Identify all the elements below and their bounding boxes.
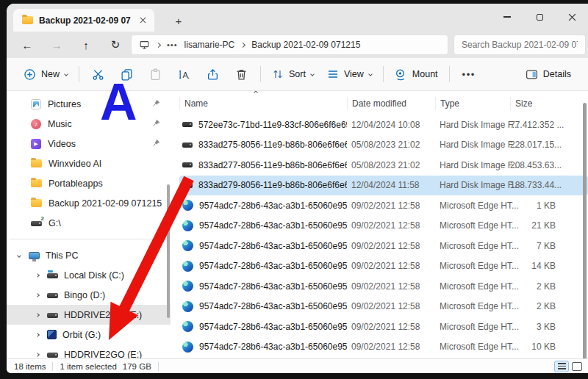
file-row[interactable]: 833ad277-8056-11e9-b86b-806e6f6e696305/0… (179, 155, 588, 176)
column-header-date[interactable]: Date modified (347, 97, 435, 110)
maximize-icon (537, 14, 543, 21)
file-type: Hard Disk Image F... (435, 140, 510, 150)
column-header-name[interactable]: Name (179, 97, 347, 110)
sidebar-item-winxvideo-ai[interactable]: Winxvideo AI (7, 154, 171, 173)
sort-button[interactable]: Sort (265, 63, 320, 85)
sort-ascending-icon (254, 91, 258, 95)
refresh-button[interactable]: ↻ (101, 34, 130, 56)
file-row[interactable]: 833ad275-8056-11e9-b86b-806e6f6e696305/0… (179, 135, 588, 156)
new-button[interactable]: New (17, 63, 74, 86)
disk-image-icon (182, 162, 193, 167)
disk-image-icon (182, 142, 193, 148)
videos-icon: ▶ (31, 139, 41, 149)
plus-circle-icon (24, 68, 36, 81)
file-size: 10 KB (510, 342, 562, 352)
up-button[interactable]: ↑ (71, 34, 101, 56)
file-name: 833ad275-8056-11e9-b86b-806e6f6e6963 (198, 140, 347, 150)
sidebar-item-videos[interactable]: ▶Videos (7, 134, 171, 154)
file-size: 7 KB (510, 241, 562, 251)
file-row[interactable]: 9574adc7-28b6-43ac-a3b1-65060e9560a...09… (179, 236, 588, 256)
see-more-button[interactable]: ••• (454, 64, 484, 85)
column-header-type[interactable]: Type (435, 97, 510, 110)
sidebar-item-backup-2021-02-09-071215[interactable]: Backup 2021-02-09 071215 (7, 193, 171, 213)
file-date: 09/02/2021 12:58 (347, 261, 435, 271)
expand-chevron-icon[interactable] (17, 253, 21, 258)
sidebar-tree-item-this-pc[interactable]: This PC (7, 245, 171, 265)
expand-chevron-icon[interactable] (35, 313, 40, 317)
file-type: Microsoft Edge HT... (435, 220, 510, 231)
sidebar-tree-item-hddrive2go-e[interactable]: HDDRIVE2GO (E:) (7, 344, 171, 358)
back-button[interactable]: ← (12, 34, 42, 56)
breadcrumb-ellipsis[interactable]: ••• (167, 40, 178, 49)
search-input[interactable] (462, 40, 578, 50)
file-row[interactable]: 9574adc7-28b6-43ac-a3b1-65060e9560a...09… (179, 297, 588, 317)
sidebar-item-label: Portableapps (49, 178, 103, 189)
view-button[interactable]: View (320, 63, 379, 85)
items-count: 18 items (14, 362, 46, 371)
pin-icon[interactable] (152, 99, 160, 107)
details-button[interactable]: Details (519, 63, 578, 86)
file-row[interactable]: 9574adc7-28b6-43ac-a3b1-65060e9560a...09… (179, 317, 588, 337)
mount-icon (395, 68, 407, 81)
view-icon (327, 68, 339, 80)
breadcrumb[interactable]: ••• lisamarie-PC Backup 2021-02-09 07121… (131, 35, 448, 55)
column-header-size[interactable]: Size (510, 97, 562, 110)
pin-icon[interactable] (152, 139, 160, 147)
new-tab-button[interactable]: + (170, 12, 187, 29)
file-date: 09/02/2021 12:58 (347, 301, 435, 311)
file-date: 09/02/2021 12:58 (347, 322, 435, 332)
file-row[interactable]: 9574adc7-28b6-43ac-a3b1-65060e9560a...09… (179, 216, 588, 237)
expand-chevron-icon[interactable] (35, 273, 40, 278)
sidebar-scrollbar[interactable] (167, 184, 170, 318)
sidebar-item-music[interactable]: ♪Music (7, 114, 171, 134)
forward-button[interactable]: → (42, 34, 71, 56)
maximize-button[interactable] (523, 4, 556, 30)
file-row[interactable]: 9574adc7-28b6-43ac-a3b1-65060e9560a...09… (179, 337, 588, 358)
tab-close-icon[interactable] (137, 15, 148, 26)
expand-chevron-icon[interactable] (35, 333, 40, 337)
file-name: 833ad277-8056-11e9-b86b-806e6f6e6963 (198, 160, 347, 170)
share-button[interactable] (198, 63, 227, 86)
delete-button[interactable] (227, 63, 256, 86)
toolbar-divider (383, 66, 384, 82)
filelist-scrollbar[interactable] (583, 103, 587, 358)
file-row[interactable]: 9574adc7-28b6-43ac-a3b1-65060e9560a...09… (179, 276, 588, 297)
sidebar-item-g[interactable]: 2G:\ (7, 213, 171, 233)
file-date: 09/02/2021 12:58 (347, 342, 435, 352)
file-date: 05/08/2023 21:02 (347, 160, 435, 170)
window-controls (491, 4, 588, 30)
sidebar-item-pictures[interactable]: Pictures (7, 94, 171, 114)
pin-icon[interactable] (152, 119, 160, 127)
details-view-toggle[interactable] (554, 361, 569, 372)
large-icons-view-toggle[interactable] (572, 362, 582, 371)
file-row[interactable]: 572ee73c-71bd-11e9-83cf-806e6f6e696312/0… (179, 115, 588, 135)
file-row[interactable]: 9574adc7-28b6-43ac-a3b1-65060e9560a...09… (179, 256, 588, 277)
file-type: Microsoft Edge HT... (435, 241, 510, 251)
sidebar-tree-item-orbit-g[interactable]: Orbit (G:) (7, 325, 171, 344)
expand-chevron-icon[interactable] (35, 293, 40, 297)
sidebar-item-label: Orbit (G:) (62, 330, 101, 340)
sidebar-item-portableapps[interactable]: Portableapps (7, 173, 171, 193)
sidebar-tree-item-hddrive2go-e[interactable]: HDDRIVE2GO (E:) (7, 305, 171, 325)
minimize-button[interactable] (491, 4, 523, 30)
file-type: Microsoft Edge HT... (435, 281, 510, 292)
breadcrumb-item-pc[interactable]: lisamarie-PC (184, 40, 235, 50)
sidebar-item-label: Pictures (48, 99, 81, 109)
tab-backup-folder[interactable]: Backup 2021-02-09 071215 (13, 9, 154, 32)
sidebar-tree-item-local-disk-c[interactable]: Local Disk (C:) (7, 265, 171, 285)
file-size: 2 KB (510, 281, 562, 292)
close-button[interactable] (556, 4, 588, 30)
file-name: 9574adc7-28b6-43ac-a3b1-65060e9560a... (199, 241, 347, 251)
breadcrumb-item-folder[interactable]: Backup 2021-02-09 071215 (251, 40, 360, 50)
expand-chevron-icon[interactable] (35, 353, 40, 357)
sidebar-tree-item-bingo-d[interactable]: Bingo (D:) (7, 285, 171, 305)
sidebar-item-label: G:\ (49, 218, 61, 228)
file-row-selected[interactable]: 833ad279-8056-11e9-b86b-806e6f6e696312/0… (179, 176, 588, 196)
rename-button[interactable]: A (170, 63, 198, 86)
paste-button[interactable] (141, 63, 170, 86)
column-headers: NameDate modifiedTypeSize (179, 93, 588, 115)
content-area: Pictures♪Music▶VideosWinxvideo AIPortabl… (7, 91, 588, 358)
file-row[interactable]: 9574adc7-28b6-43ac-a3b1-65060e9560a...09… (179, 195, 588, 216)
mount-button[interactable]: Mount (388, 63, 445, 86)
file-name: 9574adc7-28b6-43ac-a3b1-65060e9560a... (199, 201, 347, 211)
